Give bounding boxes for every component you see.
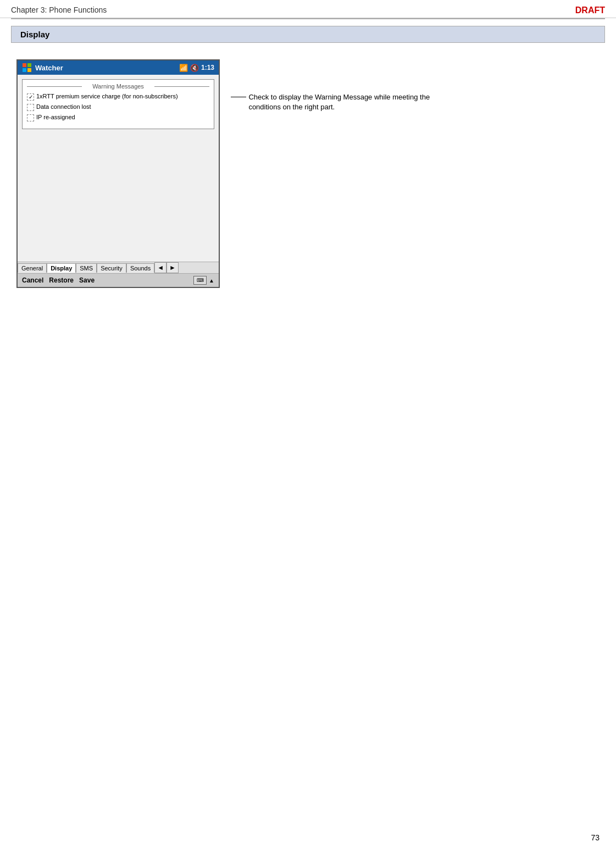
tab-next-arrow[interactable]: ► — [167, 262, 179, 273]
svg-rect-1 — [27, 63, 31, 67]
checkbox-3-label: IP re-assigned — [36, 114, 75, 120]
draft-label: DRAFT — [575, 5, 605, 15]
svg-rect-0 — [23, 63, 26, 67]
titlebar-right: 📶 🔇 1:13 — [179, 64, 214, 72]
tab-general[interactable]: General — [18, 263, 47, 273]
connector-line: Check to display the Warning Message whi… — [231, 92, 440, 112]
phone-bottom-bar: Cancel Restore Save ⌨ ▲ — [18, 273, 219, 287]
tab-sms[interactable]: SMS — [76, 263, 97, 273]
tab-security[interactable]: Security — [97, 263, 126, 273]
checkbox-2[interactable] — [27, 104, 34, 111]
phone-titlebar: Watcher 📶 🔇 1:13 — [18, 60, 219, 75]
svg-rect-3 — [27, 68, 31, 72]
svg-rect-2 — [23, 68, 26, 72]
page-header: Chapter 3: Phone Functions DRAFT — [0, 0, 616, 18]
main-content: Watcher 📶 🔇 1:13 Warning Messages ✓ 1xRT… — [16, 59, 605, 288]
phone-screen: Watcher 📶 🔇 1:13 Warning Messages ✓ 1xRT… — [16, 59, 220, 288]
windows-logo-icon — [22, 63, 32, 73]
connector-horizontal-line — [231, 97, 246, 97]
app-name: Watcher — [35, 64, 63, 72]
bottom-right-controls: ⌨ ▲ — [193, 276, 214, 285]
restore-button[interactable]: Restore — [49, 276, 74, 284]
section-heading: Display — [11, 26, 605, 43]
titlebar-left: Watcher — [22, 63, 63, 73]
tab-display[interactable]: Display — [47, 263, 76, 273]
list-item: ✓ 1xRTT premium service charge (for non-… — [27, 93, 209, 101]
checkbox-3[interactable] — [27, 114, 34, 121]
checkbox-1-label: 1xRTT premium service charge (for non-su… — [36, 93, 178, 99]
keyboard-icon[interactable]: ⌨ — [193, 276, 207, 285]
header-divider — [11, 18, 605, 19]
description-area: Check to display the Warning Message whi… — [231, 92, 440, 112]
page-number: 73 — [591, 833, 600, 842]
chapter-title: Chapter 3: Phone Functions — [11, 5, 107, 18]
checkbox-2-label: Data connection lost — [36, 103, 91, 110]
tab-prev-arrow[interactable]: ◄ — [154, 262, 167, 273]
phone-body: Warning Messages ✓ 1xRTT premium service… — [18, 75, 219, 262]
cancel-button[interactable]: Cancel — [22, 276, 43, 284]
checkbox-1[interactable]: ✓ — [27, 93, 34, 101]
description-text: Check to display the Warning Message whi… — [248, 92, 440, 112]
up-arrow-button[interactable]: ▲ — [209, 278, 214, 284]
warning-messages-box: Warning Messages ✓ 1xRTT premium service… — [22, 79, 214, 129]
tab-sounds[interactable]: Sounds — [126, 263, 154, 273]
warning-messages-title: Warning Messages — [27, 83, 209, 90]
time-display: 1:13 — [201, 64, 214, 71]
mute-icon: 🔇 — [190, 64, 199, 72]
save-button[interactable]: Save — [79, 276, 95, 284]
signal-icon: 📶 — [179, 64, 188, 72]
phone-tabs: General Display SMS Security Sounds ◄ ► — [18, 262, 219, 273]
list-item: Data connection lost — [27, 103, 209, 111]
list-item: IP re-assigned — [27, 114, 209, 121]
